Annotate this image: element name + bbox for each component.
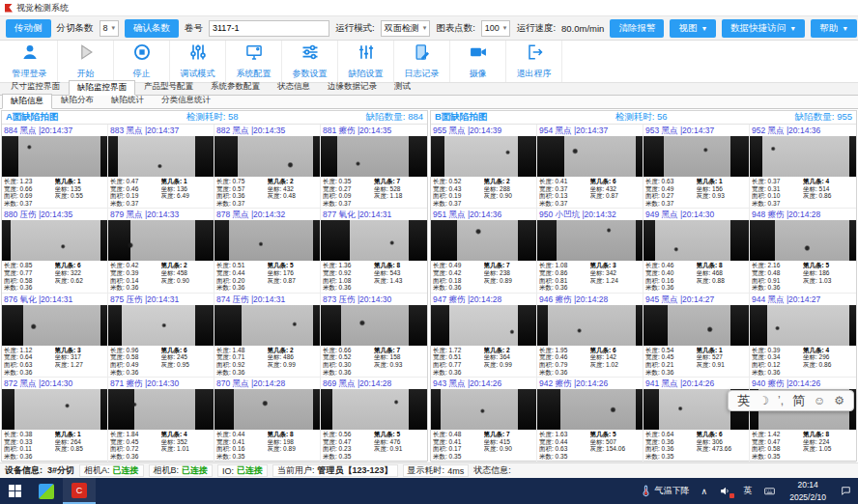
caret-down-icon: ▼ <box>842 25 848 32</box>
window-title: 视觉检测系统 <box>16 2 69 14</box>
defect-cell[interactable]: 953 黑点 |20:14:37 长度: 0.63宽度: 0.49面积: 0.2… <box>644 125 750 209</box>
defect-cell[interactable]: 955 黑点 |20:14:39 长度: 0.52宽度: 0.43面积: 0.1… <box>431 125 537 209</box>
defect-cell[interactable]: 947 擦伤 |20:14:28 长度: 1.72宽度: 0.51面积: 0.7… <box>431 294 537 378</box>
status-bar: 设备信息: 3#分切 相机A:已连接 相机B:已连接 IO:已连接 当前用户:管… <box>0 462 858 478</box>
help-menu-button[interactable]: 帮助▼ <box>811 19 857 38</box>
taskbar-app-weather[interactable] <box>30 478 63 504</box>
weather-tray-item[interactable]: 气温下降 <box>634 478 696 504</box>
tool-start[interactable]: 开始 <box>58 41 114 82</box>
defect-cell[interactable]: 880 压伤 |20:14:35 长度: 0.85宽度: 0.77面积: 0.5… <box>2 209 108 293</box>
sub-tab-1[interactable]: 缺陷分布 <box>52 93 102 108</box>
defect-cell-header: 870 黑点 |20:14:28 <box>214 378 320 389</box>
defect-cell[interactable]: 869 黑点 |20:14:28 长度: 0.56宽度: 0.47面积: 0.2… <box>321 378 427 462</box>
volume-tray-icon[interactable] <box>713 478 737 504</box>
defect-cell-header: 882 黑点 |20:14:35 <box>214 125 320 136</box>
chart-points-select[interactable]: 100▾ <box>481 20 511 37</box>
windows-logo-icon <box>9 485 21 497</box>
sub-tab-2[interactable]: 缺陷统计 <box>102 93 153 108</box>
defect-cell[interactable]: 946 擦伤 |20:14:28 长度: 1.95宽度: 0.46面积: 0.7… <box>537 294 644 378</box>
defect-cell[interactable]: 877 氧化 |20:14:31 长度: 1.36宽度: 0.92面积: 1.0… <box>321 209 427 293</box>
camera-a-status: 相机A:已连接 <box>79 464 144 477</box>
sub-tab-0[interactable]: 缺陷信息 <box>2 94 52 109</box>
defect-image <box>537 305 643 346</box>
main-tab-6[interactable]: 测试 <box>386 79 419 95</box>
touch-keyboard-tray-icon[interactable] <box>758 478 782 504</box>
defect-cell[interactable]: 876 氧化 |20:14:31 长度: 1.12宽度: 0.64面积: 0.6… <box>2 294 108 378</box>
tool-debug-mode[interactable]: 调试模式 <box>170 41 226 82</box>
defect-cell[interactable]: 871 擦伤 |20:14:30 长度: 1.84宽度: 0.45面积: 0.7… <box>108 378 214 462</box>
main-tab-5[interactable]: 边缘数据记录 <box>319 79 386 95</box>
tray-expand-chevron[interactable]: ∧ <box>696 478 714 504</box>
panel-title: B面缺陷拍图 <box>435 111 487 124</box>
defect-stats: 长度: 0.85宽度: 0.77面积: 0.58米数: 0.36 第几条: 6坐… <box>2 261 107 292</box>
defect-panel-a: A面缺陷拍图 检测耗时: 58 缺陷数量: 884 884 黑点 |20:14:… <box>1 110 428 462</box>
defect-cell[interactable]: 879 黑点 |20:14:33 长度: 0.42宽度: 0.39面积: 0.1… <box>108 209 214 293</box>
action-center-button[interactable] <box>834 478 858 504</box>
defect-cell[interactable]: 945 黑点 |20:14:27 长度: 0.54宽度: 0.45面积: 0.2… <box>644 294 750 378</box>
tool-log-record[interactable]: 日志记录 <box>394 41 450 82</box>
defect-cell[interactable]: 874 压伤 |20:14:31 长度: 1.48宽度: 0.71面积: 0.9… <box>214 294 321 378</box>
tool-stop[interactable]: 停止 <box>114 41 170 82</box>
defect-cell[interactable]: 875 压伤 |20:14:31 长度: 0.96宽度: 0.58面积: 0.4… <box>108 294 214 378</box>
defect-stats: 长度: 0.46宽度: 0.40面积: 0.16米数: 0.36 第几条: 8坐… <box>644 261 749 292</box>
tool-camera[interactable]: 摄像 <box>450 41 506 82</box>
defect-cell[interactable]: 952 黑点 |20:14:36 长度: 0.37宽度: 0.31面积: 0.1… <box>750 125 856 209</box>
defect-cell[interactable]: 944 黑点 |20:14:27 长度: 0.39宽度: 0.34面积: 0.1… <box>750 294 856 378</box>
tool-admin-login[interactable]: 管理登录 <box>2 41 58 82</box>
clear-alarm-button[interactable]: 清除报警 <box>610 19 664 38</box>
main-tab-4[interactable]: 状态信息 <box>269 79 319 95</box>
tool-system-config[interactable]: 系统配置 <box>226 41 282 82</box>
data-quick-access-button[interactable]: 数据快捷访问▼ <box>722 19 805 38</box>
ime-language-indicator[interactable]: 英 <box>737 478 758 504</box>
defect-cell[interactable]: 870 黑点 |20:14:28 长度: 0.44宽度: 0.41面积: 0.1… <box>214 378 321 462</box>
defect-cell[interactable]: 873 压伤 |20:14:30 长度: 0.66宽度: 0.52面积: 0.3… <box>321 294 427 378</box>
defect-image <box>537 220 643 261</box>
taskbar-app-inspection[interactable]: C <box>63 478 96 504</box>
defect-stats: 长度: 0.47宽度: 0.46面积: 0.19米数: 0.37 第几条: 1坐… <box>108 177 214 208</box>
defect-stats: 长度: 0.54宽度: 0.45面积: 0.21米数: 0.36 第几条: 1坐… <box>644 346 749 377</box>
tool-param-settings[interactable]: 参数设置 <box>282 41 338 82</box>
ime-simplified-toggle[interactable]: 简 <box>792 391 805 410</box>
defect-cell[interactable]: 872 黑点 |20:14:30 长度: 0.38宽度: 0.33面积: 0.1… <box>2 378 108 462</box>
defect-cell[interactable]: 881 擦伤 |20:14:35 长度: 0.35宽度: 0.27面积: 0.0… <box>321 125 427 209</box>
taskbar-clock[interactable]: 20:14 2025/2/10 <box>782 478 834 504</box>
drive-side-button[interactable]: 传动侧 <box>6 19 51 38</box>
defect-cell[interactable]: 950 小凹坑 |20:14:32 长度: 1.08宽度: 0.86面积: 0.… <box>537 209 644 293</box>
defect-stats: 长度: 0.37宽度: 0.31面积: 0.10米数: 0.37 第几条: 4坐… <box>750 177 856 208</box>
defect-cell[interactable]: 883 黑点 |20:14:37 长度: 0.47宽度: 0.46面积: 0.1… <box>108 125 214 209</box>
sub-tab-3[interactable]: 分类信息统计 <box>153 93 219 108</box>
defect-cell-header: 951 黑点 |20:14:36 <box>431 209 536 220</box>
start-button[interactable] <box>0 478 30 504</box>
defect-stats: 长度: 0.52宽度: 0.43面积: 0.19米数: 0.37 第几条: 2坐… <box>431 177 536 208</box>
defect-cell-header: 955 黑点 |20:14:39 <box>431 125 536 136</box>
defect-cell[interactable]: 882 黑点 |20:14:35 长度: 0.75宽度: 0.57面积: 0.3… <box>214 125 321 209</box>
defect-cell[interactable]: 943 黑点 |20:14:26 长度: 0.48宽度: 0.41面积: 0.1… <box>431 378 537 462</box>
defect-cell[interactable]: 884 黑点 |20:14:37 长度: 1.23宽度: 0.66面积: 0.6… <box>2 125 108 209</box>
defect-cell-header: 947 擦伤 |20:14:28 <box>431 294 536 305</box>
moon-icon[interactable]: ☽ <box>758 391 769 410</box>
tune-icon <box>188 42 208 66</box>
defect-stats: 长度: 1.84宽度: 0.45面积: 0.72米数: 0.36 第几条: 4坐… <box>108 430 214 461</box>
confirm-count-button[interactable]: 确认条数 <box>125 19 179 38</box>
defect-cell[interactable]: 954 黑点 |20:14:37 长度: 0.41宽度: 0.37面积: 0.1… <box>537 125 644 209</box>
defect-cell[interactable]: 948 擦伤 |20:14:28 长度: 2.16宽度: 0.48面积: 0.9… <box>750 209 856 293</box>
defect-image <box>2 389 107 430</box>
defect-cell[interactable]: 942 擦伤 |20:14:26 长度: 1.63宽度: 0.44面积: 0.6… <box>537 378 644 462</box>
gear-icon[interactable]: ⚙ <box>834 391 844 410</box>
defect-cell-header: 871 擦伤 |20:14:30 <box>108 378 214 389</box>
smiley-icon[interactable]: ☺ <box>814 391 825 410</box>
punctuation-icon[interactable]: ’, <box>778 391 784 410</box>
defect-image <box>321 220 427 261</box>
tool-defect-settings[interactable]: 缺陷设置 <box>338 41 394 82</box>
defect-cell[interactable]: 951 黑点 |20:14:36 长度: 0.49宽度: 0.42面积: 0.1… <box>431 209 537 293</box>
defect-cell[interactable]: 949 黑点 |20:14:30 长度: 0.46宽度: 0.40面积: 0.1… <box>644 209 750 293</box>
view-menu-button[interactable]: 视图▼ <box>670 19 716 38</box>
roll-number-input[interactable] <box>209 20 329 37</box>
ime-english-toggle[interactable]: 英 <box>737 391 750 410</box>
defect-image <box>321 305 427 346</box>
defect-stats: 长度: 0.42宽度: 0.39面积: 0.14米数: 0.36 第几条: 2坐… <box>108 261 214 292</box>
tool-exit-program[interactable]: 退出程序 <box>506 41 562 82</box>
run-mode-select[interactable]: 双面检测▾ <box>381 20 431 37</box>
defect-cell[interactable]: 878 黑点 |20:14:32 长度: 0.51宽度: 0.44面积: 0.2… <box>214 209 321 293</box>
split-count-select[interactable]: 8▾ <box>100 20 120 37</box>
